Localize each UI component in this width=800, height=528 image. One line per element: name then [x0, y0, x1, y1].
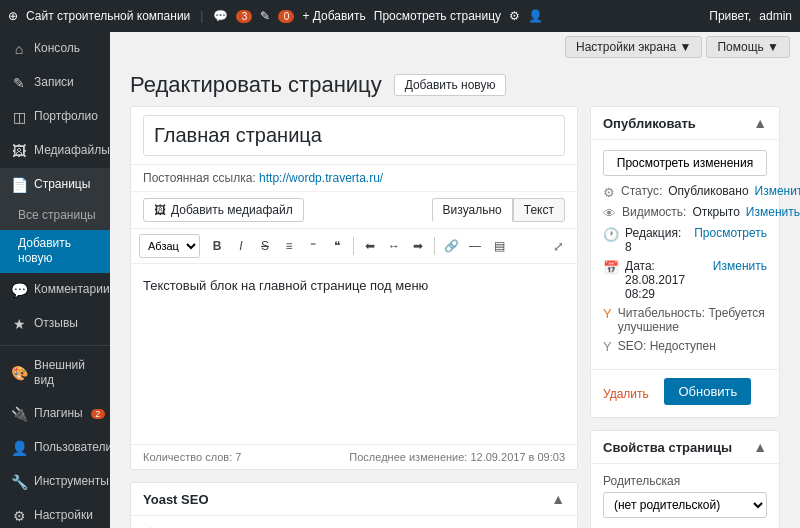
page-heading-input[interactable] — [143, 115, 565, 156]
view-changes-button[interactable]: Просмотреть изменения — [603, 150, 767, 176]
sidebar-item-users[interactable]: 👤 Пользователи — [0, 431, 110, 465]
pages-icon: 📄 — [10, 176, 28, 194]
sidebar-item-portfolio[interactable]: ◫ Портфолио — [0, 100, 110, 134]
wp-logo-icon[interactable]: ⊕ — [8, 9, 18, 23]
sidebar-item-plugins[interactable]: 🔌 Плагины 2 — [0, 397, 110, 431]
align-left-button[interactable]: ⬅ — [359, 235, 381, 257]
portfolio-icon: ◫ — [10, 108, 28, 126]
status-value: Опубликовано — [668, 184, 748, 198]
sidebar-item-add-page[interactable]: Добавить новую — [0, 230, 110, 273]
posts-count[interactable]: 0 — [278, 10, 294, 23]
sidebar-label-all-pages: Все страницы — [18, 208, 96, 224]
align-right-button[interactable]: ➡ — [407, 235, 429, 257]
visibility-label: Видимость: — [622, 205, 686, 219]
delete-link[interactable]: Удалить — [603, 387, 649, 401]
comments-menu-icon: 💬 — [10, 281, 28, 299]
word-count: Количество слов: 7 — [143, 451, 241, 463]
page-props-body: Родительская (нет родительской) Порядок … — [591, 464, 779, 528]
revision-browse-link[interactable]: Просмотреть — [694, 226, 767, 240]
sidebar-item-appearance[interactable]: 🎨 Внешний вид — [0, 350, 110, 397]
yoast-header[interactable]: Yoast SEO ▲ — [131, 483, 577, 516]
comments-icon[interactable]: 💬 — [213, 9, 228, 23]
users-icon: 👤 — [10, 439, 28, 457]
admin-bar: ⊕ Сайт строительной компании | 💬 3 ✎ 0 +… — [0, 0, 800, 32]
page-props-header[interactable]: Свойства страницы ▲ — [591, 431, 779, 464]
comments-count[interactable]: 3 — [236, 10, 252, 23]
strikethrough-button[interactable]: S — [254, 235, 276, 257]
sidebar-item-tools[interactable]: 🔧 Инструменты — [0, 465, 110, 499]
profile-icon[interactable]: 👤 — [528, 9, 543, 23]
site-name[interactable]: Сайт строительной компании — [26, 9, 190, 23]
sidebar-label-tools: Инструменты — [34, 474, 109, 490]
add-media-icon: 🖼 — [154, 203, 166, 217]
italic-button[interactable]: I — [230, 235, 252, 257]
status-icon: ⚙ — [603, 185, 615, 200]
editor-tabs: Визуально Текст — [432, 198, 565, 222]
publish-toggle-icon: ▲ — [753, 115, 767, 131]
unordered-list-button[interactable]: ≡ — [278, 235, 300, 257]
greeting: Привет, — [709, 9, 751, 23]
sidebar-item-reviews[interactable]: ★ Отзывы — [0, 307, 110, 341]
reviews-icon: ★ — [10, 315, 28, 333]
visibility-icon: 👁 — [603, 206, 616, 221]
parent-label: Родительская — [603, 474, 767, 488]
status-change-link[interactable]: Изменить — [755, 184, 800, 198]
bold-button[interactable]: B — [206, 235, 228, 257]
tab-visual[interactable]: Визуально — [432, 198, 513, 222]
sidebar-label-users: Пользователи — [34, 440, 110, 456]
seo-status-icon: Y — [603, 339, 612, 354]
page-title: Редактировать страницу — [130, 72, 382, 98]
add-media-label: Добавить медиафайл — [171, 203, 293, 217]
yoast-top-row: ⚠ Нужна помощь? ▾ ★ Перейти к Премиум — [131, 516, 577, 528]
sidebar-item-pages[interactable]: 📄 Страницы — [0, 168, 110, 202]
username[interactable]: admin — [759, 9, 792, 23]
sidebar-item-posts[interactable]: ✎ Записи — [0, 66, 110, 100]
expand-button[interactable]: ⤢ — [547, 235, 569, 257]
editor-area[interactable]: Текстовый блок на главной странице под м… — [131, 264, 577, 444]
sidebar-item-comments[interactable]: 💬 Комментарии — [0, 273, 110, 307]
align-center-button[interactable]: ↔ — [383, 235, 405, 257]
publish-panel-body: Просмотреть изменения ⚙ Статус: Опублико… — [591, 140, 779, 369]
permalink-url[interactable]: http://wordp.traverta.ru/ — [259, 171, 383, 185]
help-button[interactable]: Помощь ▼ — [706, 36, 790, 58]
sidebar-item-media[interactable]: 🖼 Медиафайлы — [0, 134, 110, 168]
add-link[interactable]: + Добавить — [302, 9, 365, 23]
publish-panel-header[interactable]: Опубликовать ▲ — [591, 107, 779, 140]
sidebar-submenu-pages: Все страницы Добавить новую — [0, 202, 110, 273]
posts-count-icon[interactable]: ✎ — [260, 9, 270, 23]
date-edit-link[interactable]: Изменить — [713, 259, 767, 273]
parent-select[interactable]: (нет родительской) — [603, 492, 767, 518]
revision-label: Редакция: 8 — [625, 226, 684, 254]
editor-footer: Количество слов: 7 Последнее изменение: … — [131, 444, 577, 469]
last-modified: Последнее изменение: 12.09.2017 в 09:03 — [349, 451, 565, 463]
toolbar-toggle-button[interactable]: ▤ — [488, 235, 510, 257]
sidebar-item-console[interactable]: ⌂ Консоль — [0, 32, 110, 66]
sidebar-label-settings: Настройки — [34, 508, 93, 524]
appearance-icon: 🎨 — [10, 364, 28, 382]
sidebar-item-all-pages[interactable]: Все страницы — [0, 202, 110, 230]
visibility-edit-link[interactable]: Изменить — [746, 205, 800, 219]
date-icon: 📅 — [603, 260, 619, 275]
editor-content: Текстовый блок на главной странице под м… — [143, 276, 565, 297]
link-button[interactable]: 🔗 — [440, 235, 462, 257]
update-button[interactable]: Обновить — [664, 378, 751, 405]
add-media-button[interactable]: 🖼 Добавить медиафайл — [143, 198, 304, 222]
format-select[interactable]: Абзац — [139, 234, 200, 258]
plugins-bubble: 2 — [91, 409, 105, 419]
sidebar-item-settings[interactable]: ⚙ Настройки — [0, 499, 110, 528]
tools-icon[interactable]: ⚙ — [509, 9, 520, 23]
readmore-button[interactable]: — — [464, 235, 486, 257]
blockquote-button[interactable]: ❝ — [326, 235, 348, 257]
screen-options-button[interactable]: Настройки экрана ▼ — [565, 36, 702, 58]
publish-panel: Опубликовать ▲ Просмотреть изменения ⚙ С… — [590, 106, 780, 418]
yoast-toggle-icon[interactable]: ▲ — [551, 491, 565, 507]
readability-status: Читабельность: Требуется улучшение — [618, 306, 767, 334]
page-props-panel: Свойства страницы ▲ Родительская (нет ро… — [590, 430, 780, 528]
add-new-button[interactable]: Добавить новую — [394, 74, 507, 96]
page-inner: Редактировать страницу Добавить новую — [110, 62, 800, 528]
top-bar: Настройки экрана ▼ Помощь ▼ — [110, 32, 800, 62]
view-site-link[interactable]: Просмотреть страницу — [374, 9, 501, 23]
tab-text[interactable]: Текст — [513, 198, 565, 222]
ordered-list-button[interactable]: ⁼ — [302, 235, 324, 257]
visibility-value: Открыто — [692, 205, 739, 219]
